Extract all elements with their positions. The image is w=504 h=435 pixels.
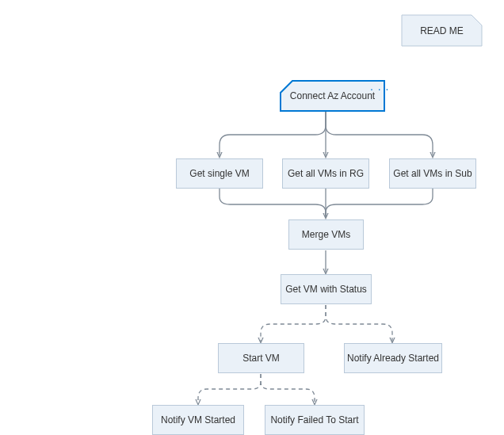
- get-single-vm-label: Get single VM: [189, 168, 249, 179]
- notify-failed-node[interactable]: Notify Failed To Start: [265, 405, 365, 435]
- merge-vms-label: Merge VMs: [302, 229, 350, 240]
- notify-failed-label: Notify Failed To Start: [270, 414, 358, 425]
- get-single-vm-node[interactable]: Get single VM: [176, 158, 263, 189]
- start-vm-node[interactable]: Start VM: [218, 343, 304, 373]
- get-all-vms-sub-node[interactable]: Get all VMs in Sub: [389, 158, 476, 189]
- get-all-vms-sub-label: Get all VMs in Sub: [393, 168, 472, 179]
- connect-az-account-node[interactable]: Connect Az Account: [281, 81, 384, 111]
- get-all-vms-rg-node[interactable]: Get all VMs in RG: [282, 158, 369, 189]
- notify-vm-started-label: Notify VM Started: [161, 414, 235, 425]
- connect-ellipsis-icon[interactable]: . . .: [370, 80, 389, 93]
- start-vm-label: Start VM: [242, 353, 280, 364]
- get-vm-status-node[interactable]: Get VM with Status: [281, 274, 372, 304]
- connect-label: Connect Az Account: [290, 90, 375, 101]
- notify-vm-started-node[interactable]: Notify VM Started: [152, 405, 244, 435]
- merge-vms-node[interactable]: Merge VMs: [288, 219, 364, 250]
- notify-already-started-node[interactable]: Notify Already Started: [344, 343, 442, 373]
- ellipsis-label: . . .: [370, 80, 389, 93]
- get-all-vms-rg-label: Get all VMs in RG: [288, 168, 364, 179]
- get-vm-status-label: Get VM with Status: [285, 284, 367, 295]
- notify-already-started-label: Notify Already Started: [347, 353, 439, 364]
